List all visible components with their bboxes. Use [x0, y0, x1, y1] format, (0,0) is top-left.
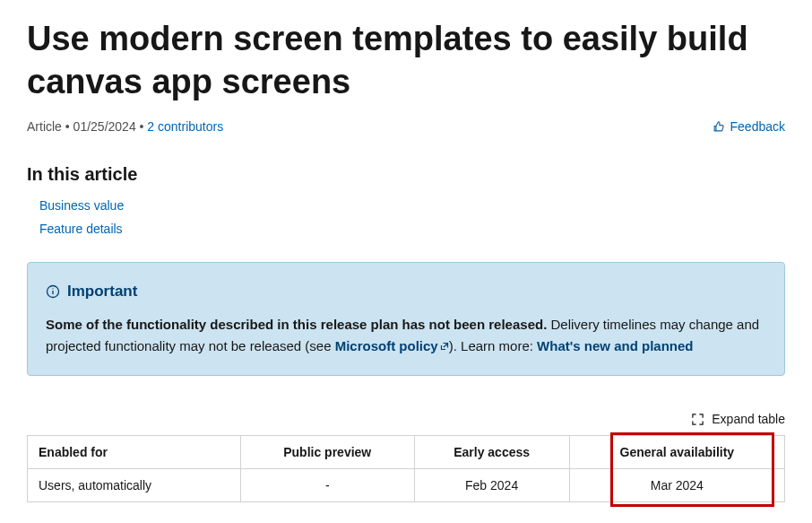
page-title: Use modern screen templates to easily bu… — [27, 18, 785, 103]
availability-table: Enabled for Public preview Early access … — [27, 435, 785, 502]
table-wrapper: Enabled for Public preview Early access … — [27, 435, 785, 502]
thumbs-up-icon — [713, 120, 725, 133]
td-enabled-for: Users, automatically — [28, 469, 241, 502]
td-general-availability: Mar 2024 — [569, 469, 784, 502]
microsoft-policy-link[interactable]: Microsoft policy — [335, 338, 449, 353]
whats-new-link[interactable]: What's new and planned — [537, 338, 693, 353]
expand-table-button[interactable]: Expand table — [691, 412, 785, 426]
alert-body: Some of the functionality described in t… — [46, 314, 766, 357]
alert-bold-text: Some of the functionality described in t… — [46, 317, 547, 332]
table-header-row: Enabled for Public preview Early access … — [28, 436, 785, 469]
toc-link-business-value[interactable]: Business value — [39, 198, 124, 213]
feedback-button[interactable]: Feedback — [713, 119, 785, 134]
external-link-icon — [440, 342, 449, 351]
expand-icon — [691, 413, 704, 426]
th-enabled-for: Enabled for — [28, 436, 241, 469]
meta-left: Article01/25/20242 contributors — [27, 119, 223, 134]
alert-title: Important — [67, 279, 137, 303]
expand-table-label: Expand table — [712, 412, 785, 426]
article-date: 01/25/2024 — [73, 119, 136, 134]
meta-row: Article01/25/20242 contributors Feedback — [27, 119, 785, 134]
th-public-preview: Public preview — [240, 436, 414, 469]
toc-link-feature-details[interactable]: Feature details — [39, 222, 123, 236]
alert-header: Important — [46, 279, 766, 303]
in-this-article: In this article Business value Feature d… — [27, 164, 785, 237]
table-row: Users, automatically - Feb 2024 Mar 2024 — [28, 469, 785, 502]
th-early-access: Early access — [414, 436, 569, 469]
th-general-availability: General availability — [569, 436, 784, 469]
important-alert: Important Some of the functionality desc… — [27, 262, 785, 376]
svg-point-2 — [52, 288, 53, 289]
td-public-preview: - — [240, 469, 414, 502]
toc-list: Business value Feature details — [27, 197, 785, 237]
expand-row: Expand table — [27, 412, 785, 426]
info-icon — [46, 284, 60, 299]
contributors-link[interactable]: 2 contributors — [147, 119, 223, 134]
article-type: Article — [27, 119, 62, 134]
td-early-access: Feb 2024 — [414, 469, 569, 502]
toc-heading: In this article — [27, 164, 785, 185]
alert-text-2: ). Learn more: — [449, 338, 537, 353]
feedback-label: Feedback — [730, 119, 785, 134]
